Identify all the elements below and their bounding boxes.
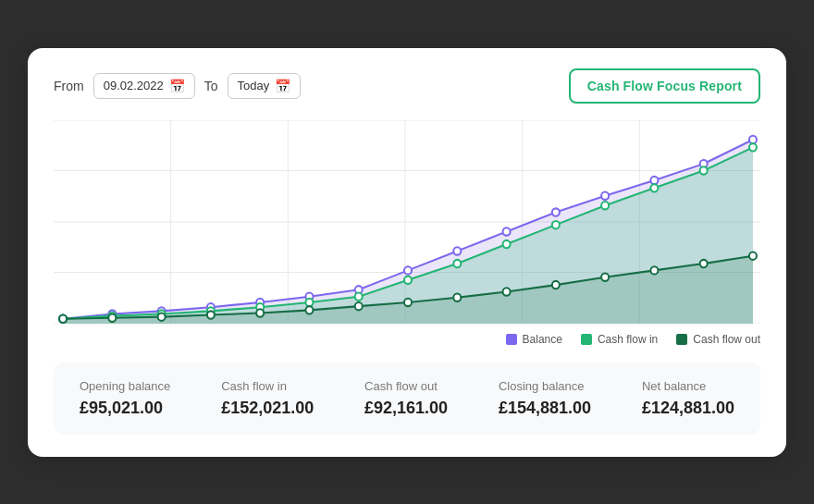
svg-point-38 — [700, 166, 708, 174]
svg-point-31 — [355, 292, 363, 300]
svg-point-45 — [305, 306, 313, 313]
svg-point-21 — [601, 191, 609, 199]
svg-point-34 — [503, 240, 511, 247]
svg-point-46 — [355, 301, 363, 309]
chart-area — [54, 120, 760, 324]
svg-point-53 — [700, 259, 708, 266]
svg-point-49 — [503, 288, 511, 295]
chart-legend: Balance Cash flow in Cash flow out — [54, 333, 760, 346]
date-section: From 09.02.2022 📅 To Today 📅 — [54, 73, 301, 99]
cash-flow-in-legend-dot — [581, 334, 592, 345]
svg-point-18 — [453, 247, 461, 254]
cash-flow-out-label: Cash flow out — [364, 379, 448, 393]
svg-point-48 — [453, 293, 461, 301]
svg-point-40 — [59, 314, 67, 322]
cash-flow-in-label: Cash flow in — [221, 379, 314, 393]
svg-point-50 — [552, 280, 560, 288]
top-bar: From 09.02.2022 📅 To Today 📅 Cash Flow F… — [54, 68, 760, 104]
cash-flow-in-stat: Cash flow in £152,021.00 — [221, 379, 314, 418]
closing-balance-stat: Closing balance £154,881.00 — [499, 379, 591, 418]
legend-cash-flow-in: Cash flow in — [581, 333, 658, 346]
opening-balance-stat: Opening balance £95,021.00 — [80, 379, 170, 418]
chart-svg — [54, 120, 760, 324]
from-calendar-icon: 📅 — [169, 79, 185, 93]
legend-balance: Balance — [506, 333, 562, 346]
svg-point-41 — [108, 313, 116, 321]
svg-point-39 — [749, 143, 757, 151]
svg-point-52 — [650, 266, 658, 274]
net-balance-value: £124,881.00 — [642, 399, 734, 418]
to-calendar-icon: 📅 — [275, 79, 290, 93]
to-date-value: Today — [238, 79, 270, 92]
svg-point-33 — [453, 259, 461, 266]
svg-point-36 — [601, 202, 609, 209]
net-balance-label: Net balance — [642, 379, 734, 393]
stats-row: Opening balance £95,021.00 Cash flow in … — [54, 363, 760, 435]
cash-flow-focus-report-button[interactable]: Cash Flow Focus Report — [569, 68, 760, 104]
to-label: To — [204, 79, 218, 93]
cash-flow-out-value: £92,161.00 — [364, 399, 448, 418]
balance-legend-dot — [506, 334, 517, 345]
balance-legend-label: Balance — [523, 333, 562, 346]
svg-point-24 — [749, 135, 757, 142]
cash-flow-out-legend-dot — [676, 334, 687, 345]
svg-point-43 — [207, 311, 215, 318]
closing-balance-label: Closing balance — [499, 379, 591, 393]
svg-point-20 — [552, 208, 560, 215]
svg-point-17 — [404, 266, 412, 274]
svg-point-37 — [650, 184, 658, 191]
from-label: From — [54, 79, 84, 93]
svg-point-19 — [503, 227, 511, 235]
closing-balance-value: £154,881.00 — [499, 399, 591, 418]
main-card: From 09.02.2022 📅 To Today 📅 Cash Flow F… — [28, 48, 786, 457]
svg-point-42 — [158, 313, 166, 320]
cash-flow-out-legend-label: Cash flow out — [693, 333, 760, 346]
cash-flow-out-stat: Cash flow out £92,161.00 — [364, 379, 448, 418]
svg-point-35 — [552, 220, 560, 227]
svg-point-44 — [256, 309, 264, 316]
opening-balance-label: Opening balance — [80, 379, 170, 393]
cash-flow-in-legend-label: Cash flow in — [598, 333, 658, 346]
svg-point-54 — [749, 252, 757, 259]
cash-flow-in-value: £152,021.00 — [221, 399, 314, 418]
svg-point-30 — [305, 298, 313, 305]
legend-cash-flow-out: Cash flow out — [676, 333, 760, 346]
svg-point-32 — [404, 276, 412, 283]
svg-point-22 — [650, 176, 658, 183]
from-date-value: 09.02.2022 — [104, 79, 164, 92]
to-date-input[interactable]: Today 📅 — [228, 73, 302, 99]
from-date-input[interactable]: 09.02.2022 📅 — [93, 73, 195, 99]
opening-balance-value: £95,021.00 — [80, 399, 170, 418]
net-balance-stat: Net balance £124,881.00 — [642, 379, 734, 418]
svg-point-51 — [601, 273, 609, 280]
svg-point-47 — [404, 298, 412, 305]
